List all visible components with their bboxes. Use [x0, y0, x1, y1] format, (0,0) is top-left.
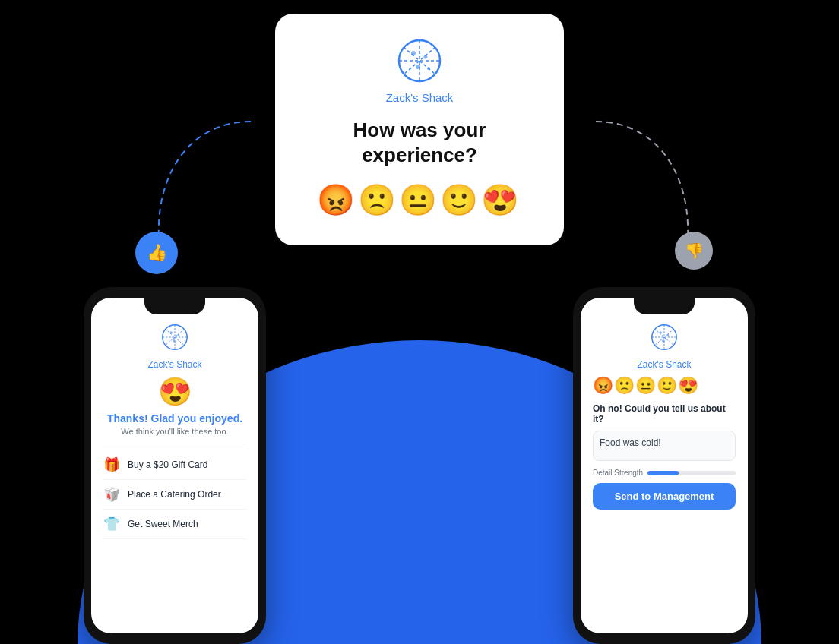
feedback-input[interactable]: Food was cold! — [593, 431, 736, 461]
svg-point-7 — [177, 334, 179, 336]
thumbs-up-indicator: 👍 — [135, 232, 178, 274]
detail-bar-background — [647, 471, 736, 475]
svg-point-6 — [169, 331, 173, 334]
phone-notch-left — [144, 298, 205, 314]
merch-label: Get Sweet Merch — [128, 519, 198, 529]
right-phone-emojis[interactable]: 😡🙁😐🙂😍 — [593, 376, 736, 396]
left-thanks-heading: Thanks! Glad you enjoyed. — [107, 412, 242, 425]
left-phone-screen: Zack's Shack 😍 Thanks! Glad you enjoyed.… — [91, 298, 258, 633]
gift-card-label: Buy a $20 Gift Card — [128, 459, 207, 470]
right-question-text: Oh no! Could you tell us about it? — [593, 403, 736, 425]
right-phone: Zack's Shack 😡🙁😐🙂😍 Oh no! Could you tell… — [573, 287, 755, 644]
svg-point-3 — [416, 65, 420, 69]
detail-bar-fill — [647, 471, 679, 475]
send-to-management-button[interactable]: Send to Management — [593, 483, 736, 510]
center-feedback-card: Zack's Shack How was your experience? 😡🙁… — [275, 14, 564, 245]
svg-point-11 — [666, 334, 669, 336]
action-catering[interactable]: 🥡 Place a Catering Order — [103, 480, 246, 510]
thumbs-up-icon: 👍 — [147, 243, 167, 263]
left-phone-content: Zack's Shack 😍 Thanks! Glad you enjoyed.… — [91, 320, 258, 633]
center-card-brand: Zack's Shack — [306, 91, 533, 104]
left-thanks-subtitle: We think you'll like these too. — [121, 427, 228, 436]
pizza-icon — [397, 38, 442, 84]
svg-point-1 — [411, 51, 416, 55]
center-card-emojis[interactable]: 😡🙁😐🙂😍 — [306, 182, 533, 218]
svg-point-12 — [662, 339, 665, 343]
detail-strength-row: Detail Strength — [593, 469, 736, 477]
right-phone-content: Zack's Shack 😡🙁😐🙂😍 Oh no! Could you tell… — [581, 320, 748, 633]
svg-point-10 — [659, 331, 662, 334]
svg-point-8 — [173, 339, 176, 343]
svg-point-4 — [427, 67, 430, 70]
left-phone-brand: Zack's Shack — [148, 359, 202, 370]
left-selected-emoji: 😍 — [158, 376, 192, 408]
thumbs-down-icon: 👎 — [685, 242, 704, 260]
gift-card-icon: 🎁 — [103, 456, 120, 473]
left-phone: Zack's Shack 😍 Thanks! Glad you enjoyed.… — [84, 287, 266, 644]
svg-point-2 — [424, 55, 428, 59]
catering-icon: 🥡 — [103, 486, 120, 503]
action-gift-card[interactable]: 🎁 Buy a $20 Gift Card — [103, 450, 246, 480]
catering-label: Place a Catering Order — [128, 489, 221, 500]
action-merch[interactable]: 👕 Get Sweet Merch — [103, 510, 246, 539]
left-divider — [103, 444, 246, 444]
merch-icon: 👕 — [103, 516, 120, 532]
center-card-question: How was your experience? — [306, 118, 533, 167]
right-phone-screen: Zack's Shack 😡🙁😐🙂😍 Oh no! Could you tell… — [581, 298, 748, 633]
detail-strength-label-text: Detail Strength — [593, 469, 643, 477]
thumbs-down-indicator: 👎 — [675, 232, 713, 270]
right-pizza-icon — [651, 324, 678, 356]
phone-notch-right — [634, 298, 695, 314]
left-pizza-icon — [161, 324, 188, 356]
right-phone-brand: Zack's Shack — [638, 359, 692, 370]
